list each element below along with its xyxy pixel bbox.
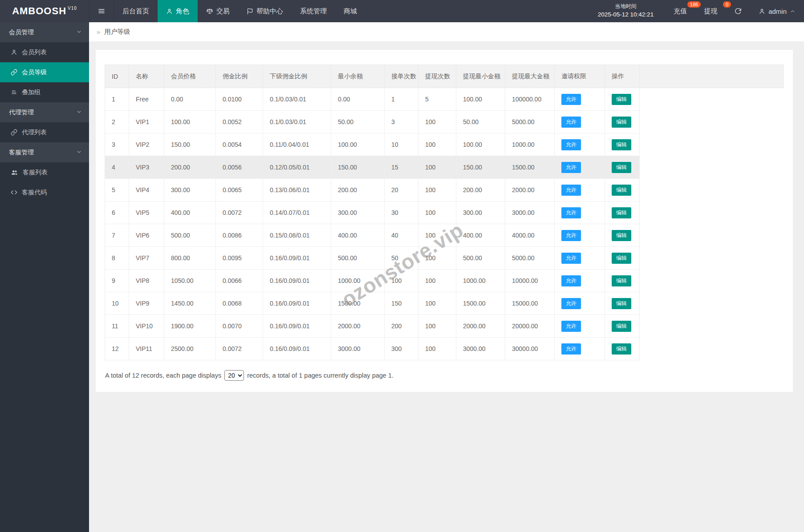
breadcrumb-arrow-icon: » [97, 28, 100, 36]
table-row: 8VIP7800.000.00950.16/0.09/0.01500.00501… [105, 247, 784, 270]
table-cell: 30000.00 [505, 338, 555, 360]
edit-button[interactable]: 编辑 [612, 321, 631, 332]
allow-button[interactable]: 允许 [561, 207, 581, 218]
sidebar-item[interactable]: 会员等级 [0, 62, 89, 82]
table-cell: 100 [418, 133, 456, 156]
edit-button[interactable]: 编辑 [612, 253, 631, 264]
allow-button[interactable]: 允许 [561, 185, 581, 196]
table-cell: 0.1/0.03/0.01 [263, 88, 331, 111]
local-time: 当地时间 2025-05-12 10:42:21 [586, 0, 665, 22]
allow-button[interactable]: 允许 [561, 298, 581, 309]
user-menu[interactable]: admin [750, 0, 804, 22]
allow-button[interactable]: 允许 [561, 230, 581, 241]
person-icon [166, 8, 173, 15]
column-header: 接单次数 [385, 65, 418, 88]
table-cell: 2500.00 [164, 338, 216, 360]
sidebar-item[interactable]: 客服列表 [0, 162, 89, 182]
top-navbar: AMBOOSHV10 后台首页角色交易帮助中心系统管理商城 当地时间 2025-… [0, 0, 804, 22]
invite-permission-cell: 允许 [555, 247, 605, 270]
edit-button[interactable]: 编辑 [612, 230, 631, 241]
table-cell: 0.15/0.08/0.01 [263, 224, 331, 247]
table-cell: 2000.00 [456, 315, 505, 338]
sidebar-item[interactable]: 客服代码 [0, 182, 89, 202]
table-cell: VIP7 [129, 247, 164, 270]
withdraw-button[interactable]: 提现 0 [695, 0, 726, 22]
allow-button[interactable]: 允许 [561, 275, 581, 286]
allow-button[interactable]: 允许 [561, 94, 581, 105]
sidebar-group-2[interactable]: 客服管理 [0, 142, 89, 162]
nav-item-system[interactable]: 系统管理 [292, 0, 335, 22]
table-row: 3VIP2150.000.00540.11/0.04/0.01100.00101… [105, 133, 784, 156]
column-header: 提现最大金额 [505, 65, 555, 88]
action-cell: 编辑 [605, 270, 640, 292]
edit-button[interactable]: 编辑 [612, 139, 631, 150]
column-header: 名称 [129, 65, 164, 88]
filler-cell [640, 133, 784, 156]
column-header: 提现最小金额 [456, 65, 505, 88]
sidebar-item[interactable]: 叠加组 [0, 82, 89, 102]
allow-button[interactable]: 允许 [561, 162, 581, 173]
edit-button[interactable]: 编辑 [612, 207, 631, 218]
table-cell: 1000.00 [456, 270, 505, 292]
pagination-text-before: A total of 12 records, each page display… [105, 372, 221, 379]
column-header: 佣金比例 [216, 65, 263, 88]
edit-button[interactable]: 编辑 [612, 185, 631, 196]
table-row: 5VIP4300.000.00650.13/0.06/0.01200.00201… [105, 179, 784, 202]
page-title: 用户等级 [104, 28, 130, 36]
table-cell: 200.00 [331, 179, 385, 202]
sidebar-group-0[interactable]: 会员管理 [0, 22, 89, 42]
table-cell: 0.0100 [216, 88, 263, 111]
column-header: 提现次数 [418, 65, 456, 88]
sidebar-toggle-button[interactable] [89, 0, 114, 22]
allow-button[interactable]: 允许 [561, 321, 581, 332]
filler-cell [640, 315, 784, 338]
nav-item-trade[interactable]: 交易 [198, 0, 238, 22]
table-cell: 150.00 [456, 156, 505, 179]
allow-button[interactable]: 允许 [561, 139, 581, 150]
action-cell: 编辑 [605, 179, 640, 202]
filler-cell [640, 247, 784, 270]
nav-item-home[interactable]: 后台首页 [114, 0, 158, 22]
edit-button[interactable]: 编辑 [612, 94, 631, 105]
edit-button[interactable]: 编辑 [612, 117, 631, 128]
table-cell: 100 [418, 224, 456, 247]
invite-permission-cell: 允许 [555, 88, 605, 111]
refresh-button[interactable] [726, 0, 750, 22]
edit-button[interactable]: 编辑 [612, 343, 631, 355]
page-size-select[interactable]: 20 [224, 370, 244, 381]
table-cell: 0.00 [331, 88, 385, 111]
nav-item-label: 系统管理 [300, 7, 327, 16]
table-cell: 200 [385, 315, 418, 338]
sidebar-item[interactable]: 会员列表 [0, 42, 89, 62]
action-cell: 编辑 [605, 247, 640, 270]
edit-button[interactable]: 编辑 [612, 298, 631, 309]
allow-button[interactable]: 允许 [561, 253, 581, 264]
allow-button[interactable]: 允许 [561, 343, 581, 355]
nav-item-mall[interactable]: 商城 [335, 0, 365, 22]
username: admin [768, 8, 787, 15]
logo-version: V10 [68, 6, 77, 11]
table-cell: 0.1/0.03/0.01 [263, 111, 331, 133]
sidebar-group-1[interactable]: 代理管理 [0, 102, 89, 122]
table-cell: 100 [418, 247, 456, 270]
table-cell: VIP10 [129, 315, 164, 338]
table-row: 6VIP5400.000.00720.14/0.07/0.01300.00301… [105, 202, 784, 224]
person-icon [11, 49, 17, 56]
allow-button[interactable]: 允许 [561, 117, 581, 128]
nav-item-help[interactable]: 帮助中心 [238, 0, 292, 22]
table-cell: 30 [385, 202, 418, 224]
table-cell: 3000.00 [505, 202, 555, 224]
table-cell: 1000.00 [505, 133, 555, 156]
table-row: 7VIP6500.000.00860.15/0.08/0.01400.00401… [105, 224, 784, 247]
users-icon [11, 169, 18, 176]
table-cell: 100.00 [456, 133, 505, 156]
sidebar-item-label: 客服列表 [23, 169, 48, 177]
edit-button[interactable]: 编辑 [612, 162, 631, 173]
sidebar-item[interactable]: 代理列表 [0, 122, 89, 142]
sidebar-group-label: 客服管理 [9, 149, 34, 157]
nav-item-role[interactable]: 角色 [158, 0, 198, 22]
edit-button[interactable]: 编辑 [612, 275, 631, 286]
logo-text: AMBOOSH [12, 5, 66, 17]
recharge-button[interactable]: 充值 186 [665, 0, 695, 22]
list-icon [11, 89, 17, 96]
